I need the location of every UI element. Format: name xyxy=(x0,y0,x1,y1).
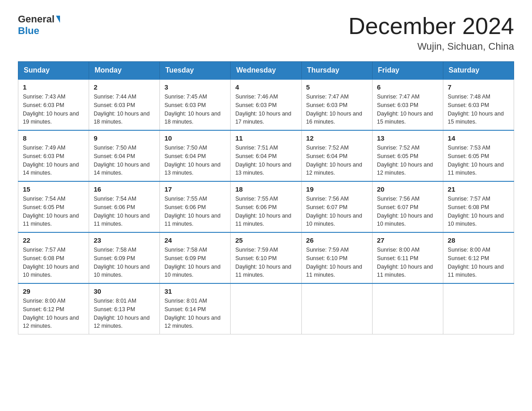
day-info: Sunrise: 7:59 AMSunset: 6:10 PMDaylight:… xyxy=(306,247,362,278)
calendar-cell: 15 Sunrise: 7:54 AMSunset: 6:05 PMDaylig… xyxy=(18,181,89,232)
logo-blue-text: Blue xyxy=(18,25,39,37)
day-info: Sunrise: 7:58 AMSunset: 6:09 PMDaylight:… xyxy=(94,247,150,278)
calendar-table: SundayMondayTuesdayWednesdayThursdayFrid… xyxy=(18,61,514,334)
calendar-cell xyxy=(443,283,514,334)
calendar-cell: 3 Sunrise: 7:45 AMSunset: 6:03 PMDayligh… xyxy=(160,79,231,130)
calendar-cell: 19 Sunrise: 7:56 AMSunset: 6:07 PMDaylig… xyxy=(301,181,372,232)
day-number: 5 xyxy=(306,83,368,91)
calendar-cell: 12 Sunrise: 7:52 AMSunset: 6:04 PMDaylig… xyxy=(301,130,372,181)
day-number: 20 xyxy=(377,185,438,193)
calendar-cell: 16 Sunrise: 7:54 AMSunset: 6:06 PMDaylig… xyxy=(89,181,160,232)
calendar-cell: 26 Sunrise: 7:59 AMSunset: 6:10 PMDaylig… xyxy=(301,232,372,283)
day-info: Sunrise: 8:00 AMSunset: 6:12 PMDaylight:… xyxy=(448,247,504,278)
day-number: 25 xyxy=(235,236,296,244)
day-info: Sunrise: 7:43 AMSunset: 6:03 PMDaylight:… xyxy=(23,94,79,125)
calendar-cell: 4 Sunrise: 7:46 AMSunset: 6:03 PMDayligh… xyxy=(231,79,301,130)
calendar-cell xyxy=(372,283,443,334)
day-info: Sunrise: 7:48 AMSunset: 6:03 PMDaylight:… xyxy=(448,94,504,125)
day-info: Sunrise: 7:55 AMSunset: 6:06 PMDaylight:… xyxy=(235,196,291,227)
location-subtitle: Wujin, Sichuan, China xyxy=(348,41,514,52)
day-info: Sunrise: 7:57 AMSunset: 6:08 PMDaylight:… xyxy=(448,196,504,227)
day-number: 30 xyxy=(94,287,155,295)
calendar-cell: 23 Sunrise: 7:58 AMSunset: 6:09 PMDaylig… xyxy=(89,232,160,283)
day-info: Sunrise: 7:47 AMSunset: 6:03 PMDaylight:… xyxy=(306,94,362,125)
day-number: 11 xyxy=(235,134,296,142)
calendar-cell: 10 Sunrise: 7:50 AMSunset: 6:04 PMDaylig… xyxy=(160,130,231,181)
day-number: 22 xyxy=(23,236,84,244)
calendar-cell: 24 Sunrise: 7:58 AMSunset: 6:09 PMDaylig… xyxy=(160,232,231,283)
calendar-week-row: 29 Sunrise: 8:00 AMSunset: 6:12 PMDaylig… xyxy=(18,283,514,334)
weekday-header-friday: Friday xyxy=(372,62,443,80)
calendar-week-row: 15 Sunrise: 7:54 AMSunset: 6:05 PMDaylig… xyxy=(18,181,514,232)
calendar-cell: 25 Sunrise: 7:59 AMSunset: 6:10 PMDaylig… xyxy=(231,232,301,283)
day-info: Sunrise: 7:53 AMSunset: 6:05 PMDaylight:… xyxy=(448,145,504,176)
day-number: 31 xyxy=(164,287,226,295)
day-info: Sunrise: 7:52 AMSunset: 6:05 PMDaylight:… xyxy=(377,145,433,176)
day-number: 1 xyxy=(23,83,84,91)
day-number: 6 xyxy=(377,83,438,91)
day-info: Sunrise: 7:51 AMSunset: 6:04 PMDaylight:… xyxy=(235,145,291,176)
calendar-cell: 5 Sunrise: 7:47 AMSunset: 6:03 PMDayligh… xyxy=(301,79,372,130)
day-info: Sunrise: 7:52 AMSunset: 6:04 PMDaylight:… xyxy=(306,145,362,176)
title-area: December 2024 Wujin, Sichuan, China xyxy=(348,13,514,52)
calendar-cell: 21 Sunrise: 7:57 AMSunset: 6:08 PMDaylig… xyxy=(443,181,514,232)
weekday-header-thursday: Thursday xyxy=(301,62,372,80)
calendar-cell: 13 Sunrise: 7:52 AMSunset: 6:05 PMDaylig… xyxy=(372,130,443,181)
calendar-cell: 14 Sunrise: 7:53 AMSunset: 6:05 PMDaylig… xyxy=(443,130,514,181)
day-number: 12 xyxy=(306,134,368,142)
logo-general-text: General xyxy=(18,13,55,25)
calendar-cell: 8 Sunrise: 7:49 AMSunset: 6:03 PMDayligh… xyxy=(18,130,89,181)
logo: General Blue xyxy=(18,13,60,37)
day-info: Sunrise: 7:54 AMSunset: 6:06 PMDaylight:… xyxy=(94,196,150,227)
page-header: General Blue December 2024 Wujin, Sichua… xyxy=(18,13,514,52)
calendar-week-row: 8 Sunrise: 7:49 AMSunset: 6:03 PMDayligh… xyxy=(18,130,514,181)
day-info: Sunrise: 7:59 AMSunset: 6:10 PMDaylight:… xyxy=(235,247,291,278)
calendar-cell: 27 Sunrise: 8:00 AMSunset: 6:11 PMDaylig… xyxy=(372,232,443,283)
day-number: 4 xyxy=(235,83,296,91)
logo-triangle-icon xyxy=(56,16,60,23)
calendar-cell xyxy=(231,283,301,334)
day-number: 17 xyxy=(164,185,226,193)
calendar-cell: 7 Sunrise: 7:48 AMSunset: 6:03 PMDayligh… xyxy=(443,79,514,130)
day-number: 16 xyxy=(94,185,155,193)
calendar-week-row: 1 Sunrise: 7:43 AMSunset: 6:03 PMDayligh… xyxy=(18,79,514,130)
day-info: Sunrise: 7:56 AMSunset: 6:07 PMDaylight:… xyxy=(377,196,433,227)
weekday-header-sunday: Sunday xyxy=(18,62,89,80)
day-info: Sunrise: 7:44 AMSunset: 6:03 PMDaylight:… xyxy=(94,94,150,125)
day-info: Sunrise: 8:00 AMSunset: 6:11 PMDaylight:… xyxy=(377,247,433,278)
calendar-cell: 9 Sunrise: 7:50 AMSunset: 6:04 PMDayligh… xyxy=(89,130,160,181)
day-number: 26 xyxy=(306,236,368,244)
day-number: 19 xyxy=(306,185,368,193)
day-info: Sunrise: 8:00 AMSunset: 6:12 PMDaylight:… xyxy=(23,298,79,329)
weekday-header-row: SundayMondayTuesdayWednesdayThursdayFrid… xyxy=(18,62,514,80)
calendar-cell xyxy=(301,283,372,334)
day-number: 8 xyxy=(23,134,84,142)
calendar-cell: 28 Sunrise: 8:00 AMSunset: 6:12 PMDaylig… xyxy=(443,232,514,283)
day-info: Sunrise: 7:50 AMSunset: 6:04 PMDaylight:… xyxy=(164,145,220,176)
day-info: Sunrise: 7:58 AMSunset: 6:09 PMDaylight:… xyxy=(164,247,220,278)
calendar-cell: 20 Sunrise: 7:56 AMSunset: 6:07 PMDaylig… xyxy=(372,181,443,232)
day-number: 29 xyxy=(23,287,84,295)
day-number: 28 xyxy=(448,236,509,244)
day-number: 7 xyxy=(448,83,509,91)
calendar-cell: 6 Sunrise: 7:47 AMSunset: 6:03 PMDayligh… xyxy=(372,79,443,130)
day-info: Sunrise: 7:57 AMSunset: 6:08 PMDaylight:… xyxy=(23,247,79,278)
day-info: Sunrise: 7:50 AMSunset: 6:04 PMDaylight:… xyxy=(94,145,150,176)
day-info: Sunrise: 7:47 AMSunset: 6:03 PMDaylight:… xyxy=(377,94,433,125)
day-info: Sunrise: 8:01 AMSunset: 6:14 PMDaylight:… xyxy=(164,298,220,329)
day-info: Sunrise: 7:46 AMSunset: 6:03 PMDaylight:… xyxy=(235,94,291,125)
day-number: 2 xyxy=(94,83,155,91)
calendar-cell: 2 Sunrise: 7:44 AMSunset: 6:03 PMDayligh… xyxy=(89,79,160,130)
day-info: Sunrise: 7:54 AMSunset: 6:05 PMDaylight:… xyxy=(23,196,79,227)
calendar-cell: 29 Sunrise: 8:00 AMSunset: 6:12 PMDaylig… xyxy=(18,283,89,334)
day-number: 24 xyxy=(164,236,226,244)
day-info: Sunrise: 7:49 AMSunset: 6:03 PMDaylight:… xyxy=(23,145,79,176)
calendar-cell: 17 Sunrise: 7:55 AMSunset: 6:06 PMDaylig… xyxy=(160,181,231,232)
day-number: 10 xyxy=(164,134,226,142)
day-number: 21 xyxy=(448,185,509,193)
day-number: 15 xyxy=(23,185,84,193)
day-number: 9 xyxy=(94,134,155,142)
day-number: 14 xyxy=(448,134,509,142)
calendar-week-row: 22 Sunrise: 7:57 AMSunset: 6:08 PMDaylig… xyxy=(18,232,514,283)
calendar-cell: 1 Sunrise: 7:43 AMSunset: 6:03 PMDayligh… xyxy=(18,79,89,130)
